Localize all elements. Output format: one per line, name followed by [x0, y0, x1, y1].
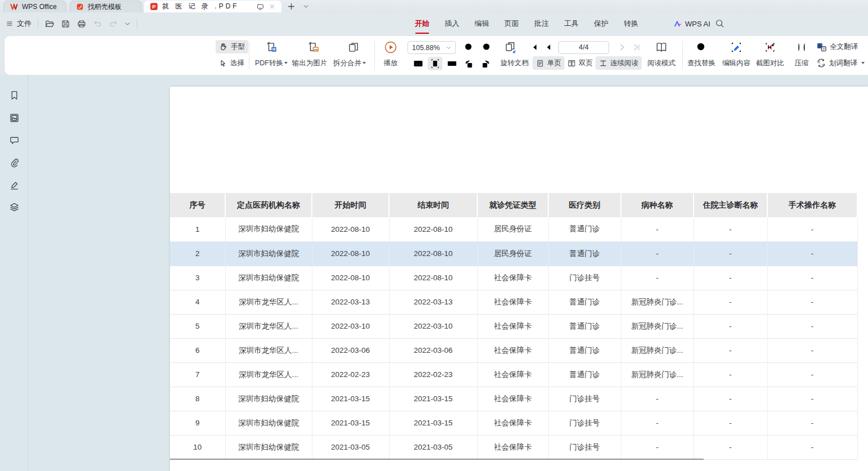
- ribbon-tab-7[interactable]: 保护: [594, 19, 609, 29]
- new-tab-button[interactable]: [286, 1, 296, 11]
- screenshot-compare-button[interactable]: 截图对比: [754, 56, 786, 70]
- table-cell: 新冠肺炎门诊...: [621, 290, 693, 314]
- select-tool-button[interactable]: 选择: [216, 56, 248, 70]
- table-cell: -: [767, 241, 857, 266]
- print-icon[interactable]: [77, 19, 87, 29]
- table-cell: 2022-03-13: [312, 290, 389, 314]
- save-icon[interactable]: [61, 19, 70, 29]
- comment-icon[interactable]: [7, 133, 21, 147]
- edit-content-button[interactable]: 编辑内容: [721, 56, 752, 70]
- hand-tool-button[interactable]: 手型: [216, 40, 248, 53]
- split-merge-button[interactable]: 拆分合并: [330, 56, 369, 70]
- pdf-page[interactable]: 序号定点医药机构名称开始时间结束时间就诊凭证类型医疗类别病种名称住院主诊断名称手…: [170, 87, 868, 471]
- ribbon-tab-1[interactable]: 开始: [415, 19, 429, 29]
- table-cell: -: [693, 217, 767, 241]
- left-panel-bar: [0, 75, 28, 471]
- word-translate-button[interactable]: 文 A 划词翻译: [815, 56, 866, 70]
- layers-icon[interactable]: [7, 200, 21, 214]
- table-row: 5深圳市龙华区人...2022-03-102022-03-10社会保障卡普通门诊…: [170, 314, 857, 338]
- continuous-reading-button[interactable]: 连续阅读: [596, 56, 642, 70]
- double-page-icon: [567, 59, 576, 68]
- redo-icon[interactable]: [109, 19, 118, 28]
- ribbon-tab-3[interactable]: 编辑: [475, 19, 489, 29]
- ribbon-tab-5[interactable]: 批注: [534, 19, 549, 29]
- export-image-icon[interactable]: [306, 40, 321, 55]
- compress-icon[interactable]: [794, 39, 809, 55]
- table-cell: 新冠肺炎门诊...: [621, 338, 693, 362]
- tab-list-button[interactable]: [301, 1, 311, 11]
- table-cell: 2021-03-15: [389, 411, 477, 435]
- column-header: 结束时间: [389, 193, 477, 217]
- read-mode-button[interactable]: 阅读模式: [645, 56, 678, 70]
- table-cell: -: [693, 314, 767, 338]
- split-merge-icon[interactable]: [346, 40, 361, 55]
- tab-document-pdf[interactable]: P 就 医 记 录 .PDF: [144, 1, 281, 12]
- rotate-document-icon[interactable]: [502, 39, 519, 55]
- table-cell: -: [767, 217, 857, 241]
- table-cell: 2: [170, 241, 225, 266]
- next-page-icon[interactable]: [616, 41, 628, 53]
- actual-size-icon[interactable]: 1:1: [411, 57, 426, 70]
- single-page-button[interactable]: 单页: [533, 56, 565, 70]
- ribbon-tab-8[interactable]: 转换: [624, 19, 638, 29]
- table-cell: 深圳市妇幼保健院: [225, 435, 312, 459]
- fit-width-icon[interactable]: [445, 57, 459, 70]
- edit-content-label: 编辑内容: [722, 59, 750, 67]
- monitor-icon[interactable]: [256, 3, 265, 11]
- full-translate-button[interactable]: A 字 全文翻译: [815, 40, 859, 53]
- table-cell: 8: [170, 387, 225, 411]
- ribbon-tab-4[interactable]: 页面: [504, 19, 519, 29]
- table-cell: 2021-03-15: [312, 387, 389, 411]
- plus-icon: [287, 2, 296, 11]
- pdf-convert-icon[interactable]: W: [264, 40, 280, 55]
- open-folder-icon[interactable]: [44, 19, 55, 29]
- table-row: 10深圳市妇幼保健院2021-03-052021-03-05社会保障卡门诊挂号-…: [170, 435, 857, 459]
- export-image-button[interactable]: 输出为图片: [289, 56, 330, 70]
- play-icon[interactable]: [383, 39, 399, 55]
- signature-icon[interactable]: [7, 178, 21, 192]
- file-menu-button[interactable]: 文件: [6, 19, 32, 29]
- close-icon[interactable]: [269, 3, 276, 10]
- thumbnail-icon[interactable]: [7, 110, 21, 125]
- tab-docer-templates[interactable]: 找稻壳模板: [70, 1, 142, 12]
- tab-wps-office[interactable]: WPS Office: [3, 1, 66, 12]
- full-translate-label: 全文翻译: [830, 42, 858, 52]
- compress-button[interactable]: 压缩: [791, 56, 812, 70]
- ribbon-tab-6[interactable]: 工具: [564, 19, 579, 29]
- read-mode-icon[interactable]: [653, 39, 670, 55]
- column-header: 病种名称: [621, 193, 693, 217]
- zoom-level-select[interactable]: 105.88%: [408, 41, 456, 54]
- first-page-icon[interactable]: [528, 41, 540, 53]
- ribbon-tab-2[interactable]: 插入: [445, 19, 459, 29]
- column-header: 手术操作名称: [767, 193, 857, 217]
- pdf-convert-button[interactable]: PDF转换: [253, 56, 290, 70]
- last-page-icon[interactable]: [630, 41, 643, 53]
- zoom-in-icon[interactable]: [480, 41, 494, 54]
- window-tab-bar: WPS Office 找稻壳模板 P 就 医 记 录 .PDF: [0, 0, 868, 12]
- play-button[interactable]: 播放: [383, 56, 399, 70]
- search-icon[interactable]: [715, 19, 724, 28]
- zoom-out-icon[interactable]: [462, 41, 476, 54]
- wps-ai-button[interactable]: WPS AI: [673, 12, 710, 35]
- table-cell: 2021-03-05: [389, 435, 477, 459]
- svg-text:字: 字: [822, 47, 825, 51]
- hand-tool-label: 手型: [231, 42, 245, 52]
- undo-icon[interactable]: [93, 19, 102, 28]
- find-replace-button[interactable]: 查找替换: [686, 56, 717, 70]
- page-indicator-input[interactable]: 4/4: [558, 41, 609, 54]
- continuous-reading-label: 连续阅读: [610, 59, 638, 68]
- find-replace-icon[interactable]: [693, 39, 709, 55]
- previous-page-icon[interactable]: [543, 41, 555, 53]
- fit-page-icon[interactable]: [428, 57, 442, 70]
- rotate-right-icon[interactable]: [478, 57, 493, 70]
- table-cell: 新冠肺炎门诊...: [621, 362, 693, 387]
- rotate-document-button[interactable]: 旋转文档: [496, 56, 533, 70]
- bookmark-icon[interactable]: [7, 88, 21, 102]
- table-cell: 深圳市妇幼保健院: [225, 266, 312, 290]
- rotate-left-icon[interactable]: [462, 57, 476, 70]
- divider: [38, 19, 38, 29]
- attachment-icon[interactable]: [7, 155, 21, 170]
- chevron-down-icon[interactable]: [124, 21, 131, 27]
- edit-content-icon[interactable]: [728, 39, 744, 55]
- screenshot-compare-icon[interactable]: [762, 39, 778, 55]
